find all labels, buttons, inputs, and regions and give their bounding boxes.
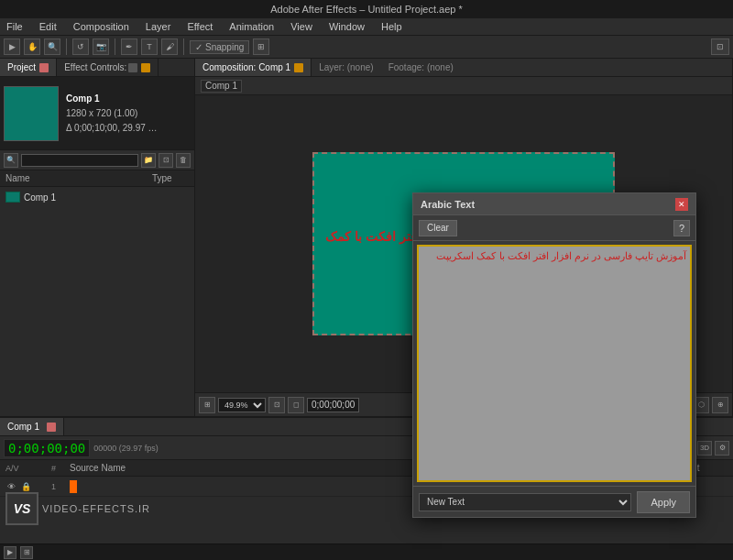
timeline-tab-comp1[interactable]: Comp 1 — [0, 418, 64, 435]
project-search-input[interactable] — [24, 156, 136, 165]
toolbar-hand-tool[interactable]: ✋ — [24, 38, 40, 55]
tl-num-header: # — [51, 464, 70, 473]
snapping-checkbox: ✓ — [195, 42, 202, 52]
dialog-help-button[interactable]: ? — [673, 220, 690, 236]
menu-view[interactable]: View — [288, 21, 315, 32]
toolbar-type-tool[interactable]: T — [141, 38, 158, 55]
menu-window[interactable]: Window — [326, 21, 367, 32]
toolbar-separator-2 — [115, 38, 115, 55]
dialog-title: Arabic Text — [421, 199, 475, 210]
bottom-status-bar: ▶ ⊞ — [0, 544, 733, 560]
tl-settings-icon[interactable]: ⚙ — [715, 441, 729, 456]
timeline-tab-label: Comp 1 — [7, 422, 39, 432]
dialog-close-button[interactable]: ✕ — [675, 198, 688, 211]
thumbnail-area: Comp 1 1280 x 720 (1.00) Δ 0;00;10;00, 2… — [0, 77, 194, 150]
effect-controls-tab-dot — [128, 63, 137, 72]
comp-grid-icon[interactable]: ⊞ — [199, 397, 215, 413]
project-tab-bar: Project Effect Controls: — [0, 59, 194, 77]
comp-timecode-display: 0;00;00;00 — [307, 398, 359, 412]
layer-lock-toggle[interactable]: 🔒 — [20, 481, 31, 492]
dialog-apply-button[interactable]: Apply — [637, 491, 690, 513]
snapping-toggle[interactable]: ✓ Snapping — [190, 40, 249, 54]
project-search-icon[interactable]: 🔍 — [4, 153, 18, 168]
toolbar-rotate-tool[interactable]: ↺ — [72, 38, 89, 55]
menu-effect[interactable]: Effect — [184, 21, 215, 32]
comp-breadcrumb: Comp 1 — [201, 80, 242, 93]
comp-mask-icon[interactable]: ◻ — [288, 397, 304, 413]
menu-composition[interactable]: Composition — [71, 21, 132, 32]
project-item-comp1[interactable]: Comp 1 — [0, 187, 194, 207]
toolbar-separator-1 — [66, 38, 67, 55]
timeline-timecode: 0;00;00;00 — [4, 439, 90, 457]
comp-item-icon — [5, 192, 20, 203]
layer-av-controls: 👁 🔒 — [5, 481, 51, 492]
status-icon-2[interactable]: ⊞ — [20, 546, 33, 559]
comp-channels-icon[interactable]: ⊕ — [712, 397, 728, 413]
project-delete-icon[interactable]: 🗑 — [176, 153, 191, 168]
comp-tab-close[interactable] — [294, 63, 303, 72]
comp-details-1: 1280 x 720 (1.00) — [66, 106, 158, 121]
title-bar: Adobe After Effects – Untitled Project.a… — [0, 0, 733, 18]
dialog-textarea[interactable] — [417, 245, 692, 482]
menu-bar: File Edit Composition Layer Effect Anima… — [0, 18, 733, 35]
comp-name-label: Comp 1 — [66, 92, 158, 106]
layer-color-swatch[interactable] — [70, 480, 77, 493]
tab-effect-label: Effect Controls: — [64, 62, 126, 72]
effect-controls-close[interactable] — [141, 63, 150, 72]
project-new-folder-icon[interactable]: 📁 — [141, 153, 156, 168]
comp-tab-bar: Composition: Comp 1 Layer: (none) Footag… — [195, 59, 732, 77]
col-name-header: Name — [5, 173, 152, 183]
tl-av-header: A/V — [5, 464, 51, 473]
toolbar-zoom-tool[interactable]: 🔍 — [44, 38, 60, 55]
dialog-textarea-area — [413, 241, 695, 486]
toolbar-brush-tool[interactable]: 🖌 — [161, 38, 178, 55]
dialog-text-type-select[interactable]: New Text — [419, 493, 631, 511]
comp-tab-main[interactable]: Composition: Comp 1 — [195, 59, 312, 76]
status-icon-1[interactable]: ▶ — [4, 546, 16, 559]
app-title: Adobe After Effects – Untitled Project.a… — [270, 4, 463, 15]
comp-info: Comp 1 1280 x 720 (1.00) Δ 0;00;10;00, 2… — [66, 92, 158, 136]
tab-project[interactable]: Project — [0, 59, 57, 76]
comp-item-name: Comp 1 — [24, 192, 152, 203]
comp-tab-label: Composition: Comp 1 — [202, 62, 290, 72]
menu-file[interactable]: File — [4, 21, 26, 32]
project-toolbar: 🔍 📁 ⊡ 🗑 — [0, 150, 194, 170]
left-panel: Project Effect Controls: Comp 1 1280 x 7… — [0, 59, 195, 416]
dialog-clear-button[interactable]: Clear — [419, 220, 457, 236]
vs-logo: VS — [5, 492, 38, 525]
comp-header: Comp 1 — [195, 77, 732, 95]
layer-label: Layer: (none) — [312, 60, 380, 74]
col-type-header: Type — [152, 173, 189, 183]
menu-help[interactable]: Help — [378, 21, 405, 32]
project-list-header: Name Type — [0, 170, 194, 187]
arabic-text-dialog: Arabic Text ✕ Clear ? New Text Apply — [412, 192, 696, 518]
comp-zoom-select[interactable]: 49.9% 100% 50% 25% — [218, 398, 266, 412]
layer-number: 1 — [51, 482, 70, 491]
toolbar-pen-tool[interactable]: ✒ — [121, 38, 137, 55]
project-search-area[interactable] — [21, 154, 138, 167]
tab-effect-controls[interactable]: Effect Controls: — [57, 59, 159, 76]
dialog-toolbar: Clear ? — [413, 215, 695, 241]
dialog-title-bar: Arabic Text ✕ — [413, 193, 695, 215]
comp-fit-icon[interactable]: ⊡ — [268, 397, 285, 413]
project-panel-close[interactable] — [39, 63, 49, 72]
toolbar-grid-btn[interactable]: ⊞ — [253, 38, 269, 55]
project-new-comp-icon[interactable]: ⊡ — [159, 153, 173, 168]
toolbar-camera-tool[interactable]: 📷 — [93, 38, 109, 55]
tl-3d-icon[interactable]: 3D — [697, 441, 712, 456]
layer-visibility-toggle[interactable]: 👁 — [5, 481, 16, 492]
comp-thumbnail — [4, 86, 59, 141]
toolbar-arrow-tool[interactable]: ▶ — [4, 38, 20, 55]
menu-edit[interactable]: Edit — [37, 21, 60, 32]
timeline-tab-close[interactable] — [47, 423, 56, 432]
toolbar-workspace-btn[interactable]: ⊡ — [711, 38, 729, 55]
watermark: VS Video-Effects.IR — [5, 492, 150, 525]
menu-animation[interactable]: Animation — [226, 21, 277, 32]
snapping-label: Snapping — [205, 42, 244, 52]
timeline-fps: 00000 (29.97 fps) — [93, 444, 159, 453]
watermark-text: Video-Effects.IR — [42, 503, 150, 514]
comp-details-2: Δ 0;00;10;00, 29.97 … — [66, 121, 158, 136]
project-items-list: Comp 1 — [0, 187, 194, 416]
main-toolbar: ▶ ✋ 🔍 ↺ 📷 ✒ T 🖌 ✓ Snapping ⊞ ⊡ — [0, 35, 733, 59]
menu-layer[interactable]: Layer — [143, 21, 174, 32]
